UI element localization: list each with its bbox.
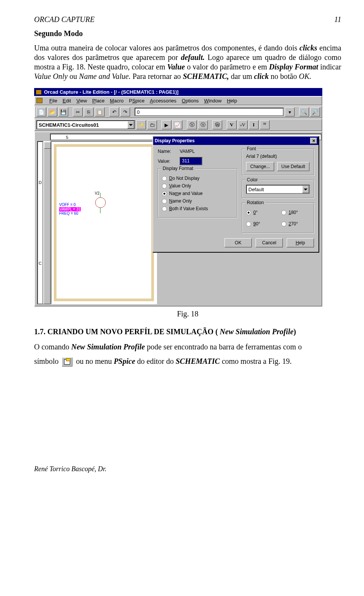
menu-pspice[interactable]: PSpice <box>129 98 144 104</box>
help-button[interactable]: Help <box>287 238 314 247</box>
value-label: Value: <box>158 159 177 164</box>
radio-rot-90[interactable] <box>246 222 251 226</box>
marker-dv-button[interactable]: ᵥV <box>238 120 248 129</box>
doc-vscroll-left[interactable] <box>43 141 51 304</box>
zoom-field[interactable]: 0 <box>135 108 284 116</box>
menu-help[interactable]: Help <box>227 98 237 104</box>
font-text: Arial 7 (default) <box>246 154 310 159</box>
view-results-button[interactable]: 📈 <box>173 120 182 129</box>
param-vampl-selected[interactable]: VAMPL = 31 <box>59 207 81 212</box>
figure-caption: Fig. 18 <box>34 310 341 318</box>
new-button[interactable]: 📄 <box>36 107 46 116</box>
zoom-dropdown[interactable]: ▾ <box>285 107 295 116</box>
radio-rot-270[interactable] <box>281 222 286 226</box>
section-title: 1.7. CRIANDO UM NOVO PERFÍL DE SIMULAÇÃO… <box>34 327 341 336</box>
redo-button[interactable]: ↷ <box>120 107 130 116</box>
toolbar-main: 📄 📂 💾 ✂ ⎘ 📋 ↶ ↷ 0 ▾ 🔍 🔎 <box>34 105 322 118</box>
wire <box>100 208 100 213</box>
font-group: Arial 7 (default) Change... Use Default <box>242 149 314 175</box>
chevron-down-icon[interactable] <box>127 121 134 129</box>
value-input[interactable]: 311 <box>180 157 202 165</box>
menu-options[interactable]: Options <box>182 98 199 104</box>
copy-button[interactable]: ⎘ <box>84 107 94 116</box>
radio-name-and-value[interactable] <box>162 191 167 196</box>
menubar: File Edit View Place Macro PSpice Access… <box>34 96 322 105</box>
wprobe-button[interactable]: Ⓦ <box>212 120 222 129</box>
radio-value-only[interactable] <box>162 184 167 189</box>
color-group: Default <box>242 180 314 198</box>
zoom-in-button[interactable]: 🔍 <box>299 107 309 116</box>
menu-macro[interactable]: Macro <box>110 98 124 104</box>
schematic-canvas[interactable]: V2 VOFF = 0 VAMPL = 31 FREQ = 60 <box>51 141 157 304</box>
doc-sys-icon[interactable] <box>36 98 42 103</box>
radio-both-if-exists[interactable] <box>162 206 167 211</box>
display-format-group: Do Not Display Value Only Name and Value… <box>158 168 237 218</box>
color-combo[interactable]: Default <box>246 185 310 194</box>
app-titlebar: Orcad Capture - Lite Edition - [/ - (SCH… <box>34 88 322 96</box>
app-title: Orcad Capture - Lite Edition - [/ - (SCH… <box>44 89 179 95</box>
component-refdes: V2 <box>95 191 99 195</box>
app-icon <box>36 90 42 95</box>
zoom-out-button[interactable]: 🔎 <box>310 107 320 116</box>
display-properties-dialog: Display Properties ✕ Name: VAMPL Value: <box>152 136 319 253</box>
param-freq[interactable]: FREQ = 60 <box>59 211 81 216</box>
workspace: 5 4 3 D C V2 VOFF = 0 VAMPL = 31 FREQ = … <box>34 131 322 307</box>
radio-do-not-display[interactable] <box>162 176 167 181</box>
paste-button[interactable]: 📋 <box>95 107 105 116</box>
name-label: Name: <box>158 149 177 154</box>
cut-button[interactable]: ✂ <box>73 107 83 116</box>
paragraph-3: símbolo ou no menu PSpice do editor do S… <box>34 356 341 366</box>
menu-accessories[interactable]: Accessories <box>150 98 176 104</box>
wire <box>100 193 100 197</box>
marker-i-button[interactable]: I <box>249 120 259 129</box>
vertical-ruler: D C <box>37 141 43 304</box>
radio-rot-0[interactable] <box>246 210 251 215</box>
radio-rot-180[interactable] <box>281 210 286 215</box>
paragraph-1: Uma outra maneira de colocar valores aos… <box>34 43 341 81</box>
paragraph-2: O comando New Simulation Profile pode se… <box>34 341 341 352</box>
new-sim-profile-icon <box>62 357 72 366</box>
close-button[interactable]: ✕ <box>310 138 317 144</box>
design-combo[interactable]: SCHEMATIC1-Circuitos01 <box>36 120 135 129</box>
marker-w-button[interactable]: ᵂ <box>260 120 270 129</box>
change-font-button[interactable]: Change... <box>246 162 274 171</box>
marker-v-button[interactable]: V <box>227 120 237 129</box>
name-value: VAMPL <box>180 149 195 154</box>
ok-button[interactable]: OK <box>224 238 252 247</box>
orcad-app-window: Orcad Capture - Lite Edition - [/ - (SCH… <box>34 88 322 307</box>
open-button[interactable]: 📂 <box>47 107 57 116</box>
sine-source-icon <box>95 197 106 208</box>
toolbar-design: SCHEMATIC1-Circuitos01 ✨ 🗀 ▶ 📈 Ⓥ ⓥ Ⓦ V ᵥ… <box>34 118 322 131</box>
menu-window[interactable]: Window <box>204 98 221 104</box>
save-button[interactable]: 💾 <box>58 107 68 116</box>
footer-author: René Torrico Bascopé, Dr. <box>34 465 341 473</box>
rotation-group: 0° 180° 90° 270° <box>242 203 314 233</box>
cancel-button[interactable]: Cancel <box>256 238 283 247</box>
vprobe2-button[interactable]: ⓥ <box>198 120 208 129</box>
vprobe-button[interactable]: Ⓥ <box>187 120 197 129</box>
chevron-down-icon[interactable] <box>302 186 309 193</box>
new-sim-profile-button[interactable]: ✨ <box>136 120 146 129</box>
mode-title: Segundo Modo <box>34 29 341 38</box>
run-button[interactable]: ▶ <box>162 120 171 129</box>
menu-view[interactable]: View <box>76 98 87 104</box>
param-voff[interactable]: VOFF = 0 <box>59 203 81 207</box>
vsource-component[interactable]: V2 VOFF = 0 VAMPL = 31 FREQ = 60 <box>59 203 81 216</box>
page-number: 11 <box>334 15 341 24</box>
menu-place[interactable]: Place <box>92 98 105 104</box>
menu-edit[interactable]: Edit <box>63 98 71 104</box>
radio-name-only[interactable] <box>162 199 167 204</box>
doc-header: ORCAD CAPTURE <box>34 15 94 24</box>
dialog-titlebar: Display Properties ✕ <box>153 137 318 145</box>
edit-sim-button[interactable]: 🗀 <box>147 120 157 129</box>
undo-button[interactable]: ↶ <box>109 107 119 116</box>
menu-file[interactable]: File <box>49 98 57 104</box>
use-default-font-button[interactable]: Use Default <box>277 162 309 171</box>
